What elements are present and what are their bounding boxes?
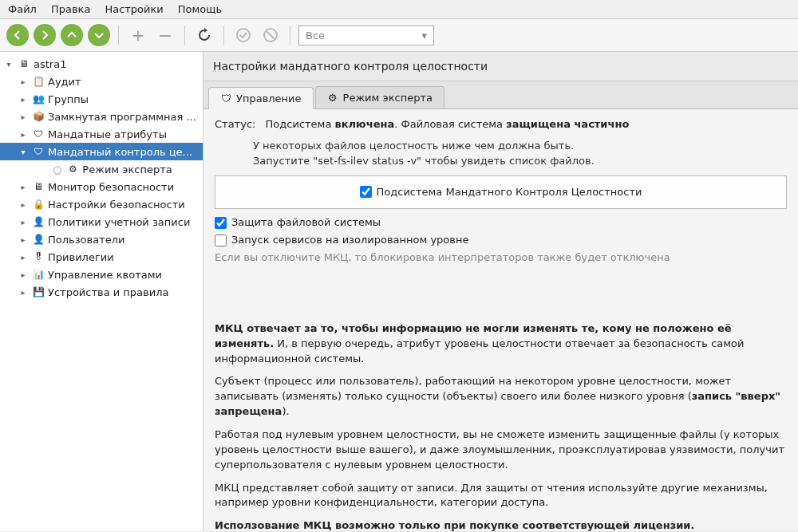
tree-root[interactable]: ▾ 🖥 astra1 bbox=[0, 55, 203, 73]
tree-item-label: Настройки безопасности bbox=[48, 199, 185, 211]
tree-item[interactable]: ▸💾Устройства и правила bbox=[0, 283, 203, 301]
tree-item-label: Привилегии bbox=[48, 251, 114, 263]
checkbox-input[interactable] bbox=[360, 186, 372, 198]
tree-item-icon: 📊 bbox=[32, 268, 45, 281]
svg-point-0 bbox=[237, 29, 250, 41]
content-panel: Настройки мандатного контроля целостност… bbox=[203, 52, 798, 531]
expander-icon[interactable]: ▸ bbox=[18, 77, 29, 86]
checkbox-label: Подсистема Мандатного Контроля Целостнос… bbox=[377, 185, 642, 200]
tree-item[interactable]: ▸🛡Мандатные атрибуты bbox=[0, 125, 203, 143]
expander-icon[interactable]: ▸ bbox=[18, 112, 29, 121]
tree-item[interactable]: ▸🖥Монитор безопасности bbox=[0, 178, 203, 195]
tab-label: Режим эксперта bbox=[343, 92, 433, 104]
tree-item-label: Устройства и правила bbox=[48, 286, 168, 298]
nav-up-button[interactable] bbox=[61, 24, 83, 46]
expander-icon[interactable]: ▾ bbox=[18, 148, 29, 156]
tree-item-icon: 🛡 bbox=[32, 145, 45, 158]
checkbox-subsystem[interactable]: Подсистема Мандатного Контроля Целостнос… bbox=[223, 185, 778, 200]
status-message: У некоторых файлов целостность ниже чем … bbox=[253, 139, 787, 154]
cancel-button[interactable] bbox=[259, 24, 282, 46]
tree-item-icon: 🖥 bbox=[32, 180, 45, 193]
remove-button[interactable]: − bbox=[154, 24, 176, 46]
expander-icon[interactable]: ▸ bbox=[18, 130, 29, 139]
tree-panel: ▾ 🖥 astra1 ▸📋Аудит▸👥Группы▸📦Замкнутая пр… bbox=[0, 52, 203, 531]
tree-item-label: Управление квотами bbox=[48, 269, 162, 281]
tree-item-icon: 👥 bbox=[32, 93, 45, 105]
tree-item-icon: 🎖 bbox=[32, 250, 45, 263]
menu-settings[interactable]: Настройки bbox=[105, 3, 163, 15]
separator bbox=[184, 26, 185, 45]
tab-label: Управление bbox=[236, 93, 302, 104]
tree-item[interactable]: ▾🛡Мандатный контроль це... bbox=[0, 143, 203, 160]
tabs: 🛡 Управление ⚙ Режим эксперта bbox=[203, 81, 798, 109]
expander-icon[interactable]: ▸ bbox=[18, 95, 29, 104]
tree-item-label: Пользователи bbox=[48, 234, 125, 246]
description: МКЦ отвечает за то, чтобы информацию не … bbox=[215, 321, 787, 531]
menu-help[interactable]: Помощь bbox=[178, 3, 222, 15]
tree-item[interactable]: ▸👤Политики учетной записи bbox=[0, 213, 203, 231]
tree-item-icon: 🛡 bbox=[32, 128, 45, 140]
tree-item-label: Группы bbox=[48, 93, 89, 105]
tab-management[interactable]: 🛡 Управление bbox=[208, 87, 314, 109]
nav-down-button[interactable] bbox=[88, 24, 110, 46]
tree-item-icon: 📦 bbox=[32, 110, 45, 123]
tab-expert[interactable]: ⚙ Режим эксперта bbox=[315, 86, 444, 108]
tree-item-label: Режим эксперта bbox=[82, 164, 172, 175]
expander-icon[interactable]: ▸ bbox=[18, 218, 29, 227]
separator bbox=[290, 26, 290, 45]
computer-icon: 🖥 bbox=[18, 57, 30, 70]
add-button[interactable]: + bbox=[127, 24, 149, 46]
separator bbox=[118, 26, 119, 45]
expander-icon[interactable]: ▸ bbox=[18, 253, 29, 262]
checkbox-input[interactable] bbox=[215, 217, 227, 229]
checkbox-isolated-services[interactable]: Запуск сервисов на изолированном уровне bbox=[215, 233, 787, 248]
status-message: Запустите "set-fs-ilev status -v" чтобы … bbox=[253, 154, 787, 169]
tree-item[interactable]: ▸📋Аудит bbox=[0, 73, 203, 90]
tree-item[interactable]: ▸📦Замкнутая программная ... bbox=[0, 108, 203, 125]
chevron-down-icon: ▾ bbox=[421, 30, 427, 41]
expander-icon[interactable]: ▸ bbox=[18, 270, 29, 279]
expander-icon[interactable]: ▾ bbox=[3, 60, 14, 69]
tree-item-label: Аудит bbox=[48, 76, 81, 88]
accept-button[interactable] bbox=[232, 24, 255, 46]
expander-icon[interactable]: ▸ bbox=[18, 200, 29, 209]
tree-item-label: Монитор безопасности bbox=[48, 181, 174, 193]
expander-icon[interactable]: ▸ bbox=[18, 288, 29, 297]
filter-dropdown[interactable]: Все ▾ bbox=[298, 26, 434, 45]
tree-item[interactable]: ▸🔒Настройки безопасности bbox=[0, 195, 203, 213]
tree-item-label: Мандатный контроль це... bbox=[48, 146, 192, 158]
management-panel: Статус: Подсистема включена. Файловая си… bbox=[203, 109, 798, 531]
toolbar: + − Все ▾ bbox=[0, 19, 798, 52]
checkbox-input[interactable] bbox=[215, 234, 227, 246]
tree-item-icon: 📋 bbox=[32, 75, 45, 88]
hint-text: Если вы отключите МКЦ, то блокировка инт… bbox=[215, 250, 787, 266]
menu-edit[interactable]: Правка bbox=[51, 3, 90, 15]
refresh-button[interactable] bbox=[193, 24, 215, 46]
tree-item-label: Политики учетной записи bbox=[48, 216, 190, 228]
tree-item[interactable]: ▸📊Управление квотами bbox=[0, 266, 203, 283]
menu-file[interactable]: Файл bbox=[8, 3, 37, 15]
tree-item-icon: 🔒 bbox=[32, 198, 45, 211]
tree-item-icon: 👤 bbox=[32, 233, 45, 246]
nav-back-button[interactable] bbox=[6, 24, 29, 46]
tree-item-icon: 👤 bbox=[32, 215, 45, 228]
tree-item-icon: ⚙ bbox=[66, 163, 79, 175]
status-value: Подсистема включена. Файловая система за… bbox=[266, 118, 630, 130]
checkbox-label: Запуск сервисов на изолированном уровне bbox=[231, 233, 468, 248]
expander-icon[interactable]: ▸ bbox=[18, 235, 29, 244]
menubar: Файл Правка Настройки Помощь bbox=[0, 0, 798, 19]
status-line: Статус: Подсистема включена. Файловая си… bbox=[215, 117, 787, 132]
tree-item[interactable]: ○⚙Режим эксперта bbox=[0, 160, 203, 178]
nav-forward-button[interactable] bbox=[34, 24, 56, 46]
separator bbox=[223, 26, 224, 45]
expander-icon[interactable]: ▸ bbox=[18, 183, 29, 191]
gear-icon: ⚙ bbox=[327, 93, 338, 104]
tree-root-label: astra1 bbox=[34, 58, 66, 70]
tree-item[interactable]: ▸🎖Привилегии bbox=[0, 248, 203, 266]
checkbox-label: Защита файловой системы bbox=[231, 215, 381, 231]
tree-item[interactable]: ▸👥Группы bbox=[0, 90, 203, 108]
checkbox-fs-protection[interactable]: Защита файловой системы bbox=[215, 215, 787, 231]
status-label: Статус: bbox=[215, 118, 255, 130]
tree-item[interactable]: ▸👤Пользователи bbox=[0, 231, 203, 248]
content-title: Настройки мандатного контроля целостност… bbox=[203, 52, 798, 81]
